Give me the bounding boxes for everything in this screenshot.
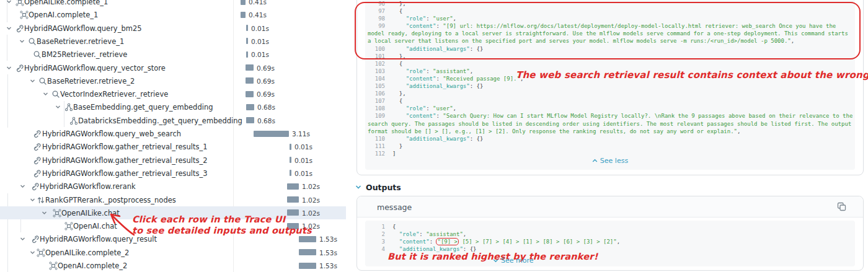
link-icon	[16, 64, 24, 72]
link-icon	[33, 129, 42, 138]
copy-icon[interactable]	[837, 202, 847, 212]
chevron-down-icon[interactable]	[19, 183, 27, 190]
duration-bar	[246, 38, 248, 44]
duration-bar	[246, 104, 254, 110]
annotation-click-rows: Click each row in the Trace UI to see de…	[132, 214, 312, 236]
retriever-icon	[28, 37, 37, 46]
chevron-down-icon[interactable]	[29, 77, 37, 85]
trace-row-HybridRAGWorkflow.gather_retrieval_results_3[interactable]: HybridRAGWorkflow.gather_retrieval_resul…	[0, 167, 346, 180]
embedding-icon	[64, 103, 73, 112]
line-number: 97	[368, 7, 385, 15]
trace-row-VectorIndexRetriever._retrieve[interactable]: VectorIndexRetriever._retrieve0.69s	[0, 87, 346, 100]
line-number: 107	[368, 97, 385, 105]
chevron-down-icon	[493, 258, 498, 263]
link-icon	[16, 24, 24, 33]
span-label: VectorIndexRetriever._retrieve	[60, 90, 168, 99]
duration-bar	[246, 25, 248, 31]
trace-row-BaseRetriever.retrieve_2[interactable]: BaseRetriever.retrieve_20.69s	[0, 74, 346, 87]
line-number: 1	[368, 223, 385, 230]
trace-row-OpenAILike.complete_2[interactable]: OpenAILike.complete_21.53s	[0, 246, 346, 259]
line-number: 105	[368, 82, 385, 90]
line-number: 101	[368, 53, 385, 60]
chevron-down-icon[interactable]	[29, 196, 37, 204]
trace-row-HybridRAGWorkflow.rerank[interactable]: HybridRAGWorkflow.rerank1.02s	[0, 180, 346, 193]
duration-label: 0.41s	[249, 0, 267, 6]
code-line: 98 "role": "user",	[368, 15, 854, 22]
line-number: 2	[368, 230, 385, 238]
chevron-down-icon[interactable]	[19, 38, 26, 45]
line-number: 103	[368, 68, 385, 75]
chevron-down-icon[interactable]	[55, 103, 62, 111]
trace-row-HybridRAGWorkflow.query_web_search[interactable]: HybridRAGWorkflow.query_web_search3.11s	[0, 127, 346, 140]
trace-row-DatabricksEmbedding._get_query_embedding[interactable]: DatabricksEmbedding._get_query_embedding…	[0, 114, 346, 127]
duration-bar	[254, 131, 289, 137]
span-label: BaseEmbedding.get_query_embedding	[73, 103, 213, 112]
duration-label: 0.68s	[257, 117, 275, 125]
trace-row-BM25Retriever._retrieve[interactable]: BM25Retriever._retrieve0.01s	[0, 48, 346, 61]
code-line: 102 {	[368, 60, 854, 68]
llm-icon	[53, 209, 61, 217]
trace-row-HybridRAGWorkflow.gather_retrieval_results_1[interactable]: HybridRAGWorkflow.gather_retrieval_resul…	[0, 140, 346, 153]
duration-label: 0.01s	[251, 25, 269, 32]
chevron-down-icon[interactable]	[41, 209, 48, 217]
annotation-box-rank9: "[9] >	[436, 238, 459, 245]
trace-row-HybridRAGWorkflow.gather_retrieval_results_2[interactable]: HybridRAGWorkflow.gather_retrieval_resul…	[0, 154, 346, 167]
trace-row-BaseEmbedding.get_query_embedding[interactable]: BaseEmbedding.get_query_embedding0.68s	[0, 100, 346, 113]
rerank-icon	[37, 196, 45, 204]
span-label: BaseRetriever.retrieve_1	[37, 37, 124, 46]
code-line: 110 "additional_kwargs": {}	[368, 135, 854, 143]
span-label: HybridRAGWorkflow.query_result	[40, 235, 157, 243]
span-label: HybridRAGWorkflow.query_bm25	[24, 24, 142, 33]
span-label: OpenAI.complete_2	[58, 261, 127, 270]
message-block-title: message	[377, 203, 412, 212]
code-line: 97 {	[368, 7, 854, 15]
span-label: HybridRAGWorkflow.rerank	[40, 182, 136, 191]
trace-row-HybridRAGWorkflow.query_bm25[interactable]: HybridRAGWorkflow.query_bm250.01s	[0, 22, 346, 35]
duration-label: 0.01s	[251, 51, 269, 58]
span-label: HybridRAGWorkflow.query_web_search	[42, 129, 181, 138]
chevron-down-icon[interactable]	[42, 90, 50, 98]
line-number: 109	[368, 112, 385, 120]
duration-label: 0.01s	[294, 170, 312, 177]
span-label: BaseRetriever.retrieve_2	[47, 77, 135, 86]
trace-row-RankGPTRerank._postprocess_nodes[interactable]: RankGPTRerank._postprocess_nodes1.02s	[0, 193, 346, 206]
span-label: HybridRAGWorkflow.query_vector_store	[24, 64, 166, 72]
span-label: OpenAI.chat	[73, 222, 117, 230]
chevron-down-icon[interactable]	[6, 0, 13, 6]
annotation-wrong-topic: The web search retrieval result contains…	[516, 69, 868, 81]
outputs-json: 1{2 "role": "assistant",3 "content": "[9…	[368, 223, 854, 253]
link-icon	[33, 143, 42, 151]
see-more-link[interactable]: See more	[493, 257, 534, 265]
code-line: 3 "content": "[9] > [5] > [7] > [4] > [1…	[368, 238, 854, 245]
trace-row-HybridRAGWorkflow.query_vector_store[interactable]: HybridRAGWorkflow.query_vector_store0.69…	[0, 61, 346, 74]
chevron-down-icon[interactable]	[6, 64, 13, 72]
duration-bar	[287, 183, 299, 190]
span-label: OpenAILike.chat	[61, 209, 120, 217]
trace-row-OpenAI.complete_2[interactable]: OpenAI.complete_21.53s	[0, 259, 346, 272]
duration-bar	[246, 64, 254, 71]
chevron-down-icon[interactable]	[29, 249, 37, 257]
span-label: OpenAILike.complete_2	[45, 248, 129, 257]
see-less-link[interactable]: See less	[592, 157, 628, 165]
duration-label: 0.41s	[249, 11, 267, 19]
duration-label: 0.69s	[257, 64, 275, 72]
line-number: 106	[368, 90, 385, 97]
chevron-down-icon[interactable]	[19, 235, 27, 243]
trace-row-OpenAILike.complete_1[interactable]: OpenAILike.complete_10.41s	[0, 0, 346, 8]
span-label: OpenAILike.complete_1	[24, 0, 108, 6]
trace-row-OpenAI.complete_1[interactable]: OpenAI.complete_10.41s	[0, 8, 346, 21]
section-chevron-down-icon[interactable]	[355, 185, 361, 190]
retriever-icon	[51, 90, 60, 99]
duration-label: 0.01s	[294, 157, 312, 164]
duration-bar	[299, 263, 316, 269]
line-number: 99	[368, 22, 385, 30]
duration-bar	[241, 0, 246, 5]
trace-row-BaseRetriever.retrieve_1[interactable]: BaseRetriever.retrieve_10.01s	[0, 35, 346, 48]
duration-bar	[299, 236, 316, 242]
duration-label: 1.02s	[302, 183, 320, 190]
code-line: 106 },	[368, 90, 854, 97]
duration-label: 1.53s	[319, 235, 337, 243]
llm-icon	[64, 222, 73, 230]
chevron-down-icon[interactable]	[6, 25, 13, 32]
duration-label: 0.01s	[294, 143, 312, 151]
